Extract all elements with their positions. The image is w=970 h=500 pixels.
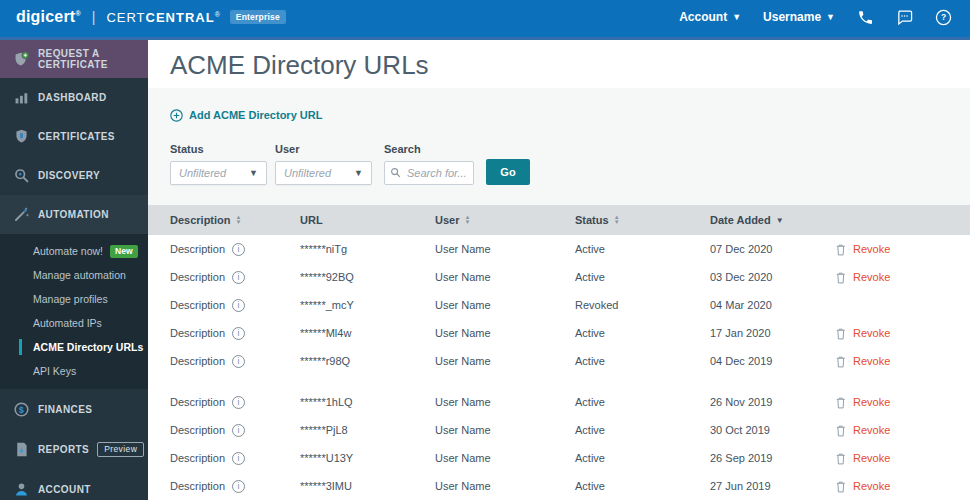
sort-desc-icon: ▼ xyxy=(776,216,784,225)
info-icon[interactable]: i xyxy=(232,480,245,493)
row-user: User Name xyxy=(435,299,575,311)
row-user: User Name xyxy=(435,424,575,436)
info-icon[interactable]: i xyxy=(232,452,245,465)
row-description: Description xyxy=(170,396,225,408)
automation-submenu: Automate now! New Manage automation Mana… xyxy=(0,234,148,389)
preview-badge: Preview xyxy=(97,442,144,457)
new-badge: New xyxy=(110,245,137,258)
sidebar-item-reports[interactable]: REPORTS Preview xyxy=(0,429,148,469)
sort-icon: ▲▼ xyxy=(464,215,470,225)
submenu-item-acme-directory-urls[interactable]: ACME Directory URLs xyxy=(0,335,148,359)
toolbar-panel: Add ACME Directory URL Status Unfiltered… xyxy=(148,88,970,206)
sidebar-item-account[interactable]: ACCOUNT xyxy=(0,469,148,500)
table-row: Description i ******1hLQ User Name Activ… xyxy=(148,388,970,416)
trash-icon[interactable] xyxy=(835,480,847,493)
sidebar-item-finances[interactable]: $ FINANCES xyxy=(0,389,148,429)
column-header-description[interactable]: Description ▲▼ xyxy=(170,214,300,226)
username-menu-label: Username xyxy=(763,10,821,24)
row-description: Description xyxy=(170,355,225,367)
phone-icon[interactable] xyxy=(857,9,874,26)
sidebar-item-request-certificate[interactable]: REQUEST A CERTIFICATE xyxy=(0,40,148,78)
info-icon[interactable]: i xyxy=(232,355,245,368)
account-menu[interactable]: Account▼ xyxy=(679,10,741,24)
table-body: Description i ******niTg User Name Activ… xyxy=(148,235,970,500)
column-header-status[interactable]: Status ▲▼ xyxy=(575,214,710,226)
submenu-item-automated-ips[interactable]: Automated IPs xyxy=(0,311,148,335)
search-icon xyxy=(390,167,401,178)
submenu-item-manage-automation[interactable]: Manage automation xyxy=(0,263,148,287)
report-icon xyxy=(13,441,30,458)
table-row: Description i ******_mcY User Name Revok… xyxy=(148,291,970,319)
sidebar-item-label: CERTIFICATES xyxy=(38,131,115,142)
user-filter-label: User xyxy=(275,143,372,155)
row-status: Active xyxy=(575,396,710,408)
row-user: User Name xyxy=(435,480,575,492)
svg-text:?: ? xyxy=(941,12,946,22)
submenu-item-automate-now[interactable]: Automate now! New xyxy=(0,239,148,263)
sidebar-item-discovery[interactable]: DISCOVERY xyxy=(0,156,148,195)
info-icon[interactable]: i xyxy=(232,396,245,409)
digicert-logo: digicert® xyxy=(16,8,81,26)
row-status: Active xyxy=(575,271,710,283)
sidebar-item-label: ACCOUNT xyxy=(38,484,91,495)
enterprise-badge: Enterprise xyxy=(230,10,286,24)
row-status: Active xyxy=(575,452,710,464)
chevron-down-icon: ▼ xyxy=(732,12,741,22)
revoke-button[interactable]: Revoke xyxy=(853,452,890,464)
sidebar-item-certificates[interactable]: CERTIFICATES xyxy=(0,117,148,156)
trash-icon[interactable] xyxy=(835,355,847,368)
trash-icon[interactable] xyxy=(835,396,847,409)
row-status: Active xyxy=(575,424,710,436)
row-url: ******3IMU xyxy=(300,480,435,492)
table-row: Description i ******PjL8 User Name Activ… xyxy=(148,416,970,444)
submenu-item-manage-profiles[interactable]: Manage profiles xyxy=(0,287,148,311)
shield-icon xyxy=(13,128,30,145)
trash-icon[interactable] xyxy=(835,424,847,437)
submenu-item-api-keys[interactable]: API Keys xyxy=(0,359,148,383)
trash-icon[interactable] xyxy=(835,327,847,340)
info-icon[interactable]: i xyxy=(232,424,245,437)
status-filter-dropdown[interactable]: Unfiltered ▼ xyxy=(170,161,267,185)
submenu-item-label: Automated IPs xyxy=(33,317,102,329)
user-filter-dropdown[interactable]: Unfiltered ▼ xyxy=(275,161,372,185)
go-button[interactable]: Go xyxy=(486,159,530,185)
revoke-button[interactable]: Revoke xyxy=(853,271,890,283)
sidebar-item-automation[interactable]: AUTOMATION xyxy=(0,195,148,234)
row-user: User Name xyxy=(435,355,575,367)
sidebar-item-dashboard[interactable]: DASHBOARD xyxy=(0,78,148,117)
revoke-button[interactable]: Revoke xyxy=(853,243,890,255)
brand-logo[interactable]: digicert® | CERTCENTRAL® Enterprise xyxy=(16,8,286,26)
info-icon[interactable]: i xyxy=(232,299,245,312)
info-icon[interactable]: i xyxy=(232,243,245,256)
user-filter-value: Unfiltered xyxy=(284,167,331,179)
row-status: Active xyxy=(575,355,710,367)
sidebar-nav: REQUEST A CERTIFICATE DASHBOARD CERTIFIC… xyxy=(0,40,148,500)
trash-icon[interactable] xyxy=(835,243,847,256)
table-row: Description i ******Ml4w User Name Activ… xyxy=(148,319,970,347)
trash-icon[interactable] xyxy=(835,452,847,465)
info-icon[interactable]: i xyxy=(232,327,245,340)
row-url: ******_mcY xyxy=(300,299,435,311)
sidebar-item-label: FINANCES xyxy=(38,404,92,415)
sidebar-item-label: REPORTS xyxy=(38,444,89,455)
add-acme-directory-url-button[interactable]: Add ACME Directory URL xyxy=(170,109,322,122)
trash-icon[interactable] xyxy=(835,271,847,284)
revoke-button[interactable]: Revoke xyxy=(853,424,890,436)
username-menu[interactable]: Username▼ xyxy=(763,10,835,24)
column-header-date-added[interactable]: Date Added ▼ xyxy=(710,214,835,226)
revoke-button[interactable]: Revoke xyxy=(853,396,890,408)
column-header-url[interactable]: URL xyxy=(300,214,435,226)
row-description: Description xyxy=(170,299,225,311)
chat-icon[interactable] xyxy=(896,9,913,26)
info-icon[interactable]: i xyxy=(232,271,245,284)
revoke-button[interactable]: Revoke xyxy=(853,480,890,492)
table-row: Description i ******U13Y User Name Activ… xyxy=(148,444,970,472)
help-icon[interactable]: ? xyxy=(935,9,952,26)
row-date-added: 03 Dec 2020 xyxy=(710,271,835,283)
revoke-button[interactable]: Revoke xyxy=(853,355,890,367)
shield-plus-icon xyxy=(13,51,30,68)
column-header-user[interactable]: User ▲▼ xyxy=(435,214,575,226)
revoke-button[interactable]: Revoke xyxy=(853,327,890,339)
sidebar-item-label: AUTOMATION xyxy=(38,209,109,220)
sidebar-item-label: DISCOVERY xyxy=(38,170,100,181)
